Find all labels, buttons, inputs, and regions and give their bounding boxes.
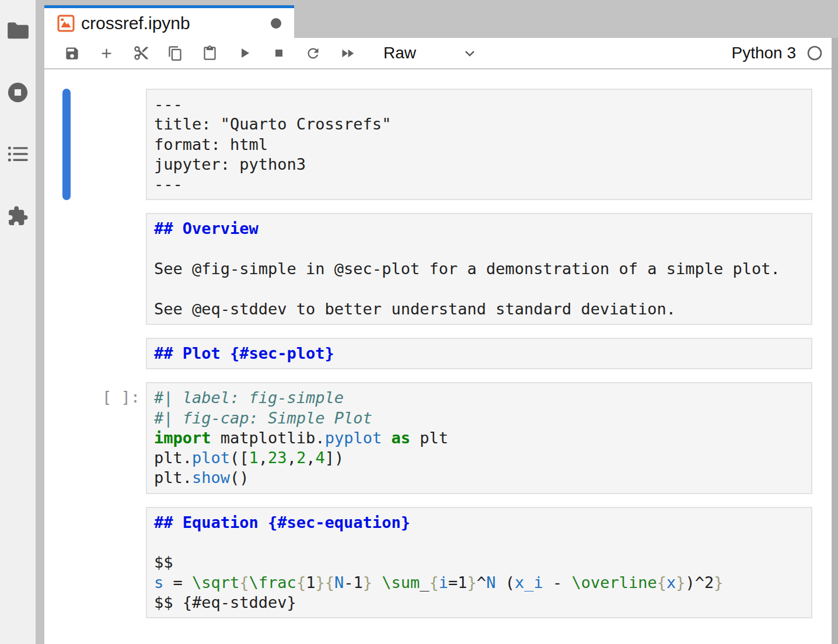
cell-prompt: [71, 507, 146, 618]
run-icon: [238, 46, 252, 60]
cell-editor[interactable]: ## OverviewSee @fig-simple in @sec-plot …: [146, 213, 812, 324]
source-line: jupyter: python3: [154, 155, 804, 174]
fast-forward-icon: [340, 46, 355, 61]
tab-bar: crossref.ipynb: [44, 0, 838, 38]
source-line: ## Overview: [154, 219, 804, 239]
sidebar-tab-extensions[interactable]: [6, 205, 30, 226]
source-line: plt.show(): [154, 468, 804, 488]
running-sessions-icon: [7, 82, 29, 103]
cell-collapser[interactable]: [62, 89, 71, 200]
copy-cells-button[interactable]: [158, 40, 193, 66]
plus-icon: [99, 46, 114, 61]
restart-kernel-button[interactable]: [296, 40, 330, 66]
source-line: #| label: fig-simple: [154, 388, 804, 408]
notebook-cell[interactable]: ## Plot {#sec-plot}: [62, 338, 812, 369]
kernel-name[interactable]: Python 3: [731, 44, 796, 62]
sidebar-tab-files[interactable]: [6, 20, 30, 41]
cell-collapser[interactable]: [62, 338, 71, 369]
restart-icon: [305, 46, 321, 61]
puzzle-piece-icon: [7, 205, 29, 227]
paste-cells-button[interactable]: [193, 40, 227, 66]
source-line: title: "Quarto Crossrefs": [154, 114, 804, 134]
source-line: ## Equation {#sec-equation}: [154, 513, 804, 533]
cell-prompt: [71, 213, 146, 324]
notebook-cell[interactable]: [ ]:#| label: fig-simple#| fig-cap: Simp…: [62, 382, 812, 494]
notebook-cell[interactable]: ---title: "Quarto Crossrefs"format: html…: [62, 89, 812, 200]
stop-icon: [272, 46, 286, 60]
cell-type-value: Raw: [383, 44, 416, 62]
cut-cells-button[interactable]: [124, 40, 158, 66]
unsaved-changes-dot[interactable]: [271, 18, 281, 29]
folder-icon: [7, 21, 29, 40]
source-line: See @eq-stddev to better understand stan…: [154, 299, 804, 319]
left-sidebar: [0, 0, 36, 644]
source-line: [154, 533, 804, 552]
source-line: [154, 239, 804, 259]
notebook-cell[interactable]: ## Equation {#sec-equation}$$s = \sqrt{\…: [62, 507, 812, 618]
restart-run-all-button[interactable]: [330, 40, 365, 66]
clipboard-icon: [202, 46, 218, 61]
sidebar-divider: [36, 0, 44, 644]
cell-prompt: [ ]:: [71, 382, 146, 494]
source-line: $$: [154, 552, 804, 572]
source-line: ---: [154, 94, 804, 114]
run-button[interactable]: [227, 40, 261, 66]
cell-editor[interactable]: ## Equation {#sec-equation}$$s = \sqrt{\…: [146, 507, 812, 618]
cell-type-dropdown[interactable]: Raw: [383, 44, 478, 62]
source-line: ---: [154, 174, 804, 194]
chevron-down-icon: [462, 45, 478, 61]
cell-editor[interactable]: ---title: "Quarto Crossrefs"format: html…: [146, 89, 812, 200]
tab-crossref-ipynb[interactable]: crossref.ipynb: [44, 5, 294, 38]
source-line: #| fig-cap: Simple Plot: [154, 408, 804, 428]
notebook: ---title: "Quarto Crossrefs"format: html…: [44, 69, 838, 644]
cell-collapser[interactable]: [62, 382, 71, 494]
save-button[interactable]: [55, 40, 89, 66]
source-line: s = \sqrt{\frac{1}{N-1} \sum_{i=1}^N (x_…: [154, 573, 804, 593]
interrupt-kernel-button[interactable]: [261, 40, 296, 66]
cell-collapser[interactable]: [62, 507, 71, 618]
source-line: See @fig-simple in @sec-plot for a demon…: [154, 259, 804, 279]
table-of-contents-icon: [8, 145, 29, 163]
sidebar-tab-table-of-contents[interactable]: [6, 144, 30, 164]
cell-collapser[interactable]: [62, 213, 71, 324]
scissors-icon: [133, 45, 149, 61]
cell-editor[interactable]: ## Plot {#sec-plot}: [146, 338, 812, 369]
right-edge-strip: [832, 38, 838, 644]
cell-editor[interactable]: #| label: fig-simple#| fig-cap: Simple P…: [146, 382, 812, 494]
source-line: plt.plot([1,23,2,4]): [154, 448, 804, 468]
tab-title: crossref.ipynb: [81, 13, 190, 33]
kernel-status-icon[interactable]: [806, 45, 823, 61]
sidebar-tab-running-sessions[interactable]: [6, 82, 30, 103]
jupyterlab-window: crossref.ipynb: [0, 0, 838, 644]
source-line: $$ {#eq-stddev}: [154, 593, 804, 612]
notebook-toolbar: Raw Python 3: [44, 38, 838, 69]
notebook-cell[interactable]: ## OverviewSee @fig-simple in @sec-plot …: [62, 213, 812, 324]
source-line: [154, 279, 804, 299]
source-line: import matplotlib.pyplot as plt: [154, 428, 804, 448]
cell-prompt: [71, 338, 146, 369]
save-icon: [64, 46, 80, 61]
insert-cell-button[interactable]: [89, 40, 124, 66]
source-line: format: html: [154, 135, 804, 155]
source-line: ## Plot {#sec-plot}: [154, 344, 804, 363]
cell-prompt: [71, 89, 146, 200]
notebook-file-icon: [57, 15, 75, 32]
copy-icon: [167, 46, 183, 61]
